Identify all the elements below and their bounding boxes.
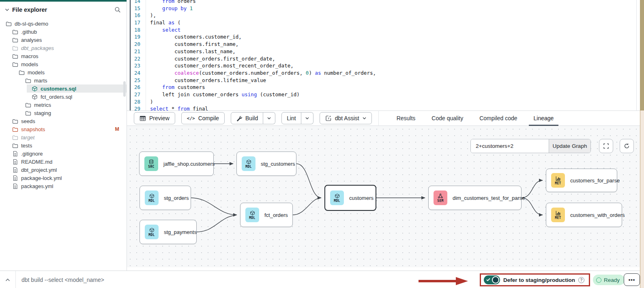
editor-scrollbar[interactable] [636,0,637,110]
folder-icon [12,143,18,149]
lineage-node-stg-orders[interactable]: MDL stg_orders [140,186,191,210]
update-graph-button[interactable]: Update Graph [549,139,590,153]
file-tree-item[interactable]: README.md [0,158,127,166]
code-line[interactable]: 22 customer_orders.first_order_date, [131,55,640,63]
file-tree-item[interactable]: marts [0,76,127,84]
file-icon [12,159,18,165]
file-tree-item[interactable]: fct_orders.sql [0,93,127,101]
code-line[interactable]: 20 customers.first_name, [131,41,640,48]
code-text: customers.last_name, [146,48,236,55]
file-name: macros [21,53,39,59]
file-name: db-sl-qs-demo [15,21,48,27]
code-line[interactable]: 21 customers.last_name, [131,48,640,55]
build-dropdown[interactable] [263,112,275,124]
lineage-node-customers-with-orders[interactable]: MET customers_with_orders [546,203,622,227]
file-tree-item[interactable]: seeds [0,117,127,125]
file-tree-item[interactable]: target [0,133,127,141]
file-tree-item[interactable]: package-lock.yml [0,174,127,182]
code-line[interactable]: 24 coalesce(customer_orders.number_of_or… [131,69,640,77]
lint-button[interactable]: Lint [281,112,301,124]
lineage-node-dim-customers-test-for-parse[interactable]: SEM dim_customers_test_for_parse [428,186,522,210]
lineage-node-fct-orders[interactable]: MDL fct_orders [240,203,293,227]
node-label: dim_customers_test_for_parse [453,195,525,201]
share-nodes-icon [438,193,443,199]
tab-code-quality[interactable]: Code quality [423,110,471,126]
line-number: 22 [131,55,146,63]
code-text: ), [146,12,156,19]
cube-icon [335,193,340,199]
code-line[interactable]: 18 select [131,26,640,34]
line-number: 23 [131,62,146,69]
chevron-up-icon[interactable] [0,271,15,288]
lineage-node-jaffle-shop-customers[interactable]: SRC jaffle_shop.customers [139,152,214,176]
code-line[interactable]: 25 customer_orders.lifetime_value [131,77,640,84]
preview-label: Preview [149,115,170,121]
code-line[interactable]: 27 left join customer_orders using (cust… [131,91,640,98]
file-tree-item[interactable]: models [0,68,127,76]
model-cube-icon [32,86,38,92]
file-tree-item[interactable]: metrics [0,101,127,109]
code-line[interactable]: 16 ), [131,12,640,19]
command-input[interactable] [16,271,405,288]
results-tabs: Results Code quality Compiled code Linea… [389,110,562,126]
code-line[interactable]: 26 from customers [131,84,640,91]
lineage-node-stg-payments[interactable]: MDL stg_payments [140,220,197,244]
scrollbar-thumb[interactable] [123,81,126,97]
file-name: analyses [21,37,42,43]
node-label: jaffle_shop.customers [163,161,215,167]
code-editor[interactable]: 14 from orders 15 group by 1 16 ), 17 fi… [131,0,640,110]
code-line[interactable]: 19 customers.customer_id, [131,33,640,41]
file-tree-item[interactable]: staging [0,109,127,117]
dbt-assist-button[interactable]: dbt Assist [320,112,372,124]
file-tree-item[interactable]: tests [0,141,127,149]
code-line[interactable]: 29 select * from final [131,105,640,110]
code-line[interactable]: 28 ) [131,98,640,106]
defer-toggle[interactable] [484,275,500,284]
line-number: 14 [131,0,146,5]
file-tree-item[interactable]: snapshots M [0,125,127,133]
tab-lineage[interactable]: Lineage [526,110,562,126]
file-tree-item[interactable]: dbt_packages [0,44,127,52]
file-tree-item[interactable]: .github [0,28,127,36]
code-line[interactable]: 15 group by 1 [131,5,640,12]
file-icon [12,151,18,157]
file-name: metrics [34,102,51,108]
file-tree-item[interactable]: db-sl-qs-demo [0,19,127,28]
more-options-button[interactable]: ••• [624,273,640,286]
file-tree-item[interactable]: analyses [0,36,127,44]
fullscreen-icon [603,143,609,149]
refresh-button[interactable] [620,139,634,153]
preview-button[interactable]: Preview [134,112,175,124]
code-line[interactable]: 23 customer_orders.most_recent_order_dat… [131,62,640,69]
file-tree-item[interactable]: packages.yml [0,182,127,190]
compile-button[interactable]: </> Compile [181,112,225,124]
build-label: Build [245,115,258,121]
line-number: 24 [131,69,146,77]
file-tree-item[interactable]: .gitignore [0,149,127,158]
build-button[interactable]: Build [231,112,263,124]
fullscreen-button[interactable] [599,139,613,153]
lineage-node-stg-customers[interactable]: MDL stg_customers [236,152,296,176]
dbt-cloud-ide: File explorer db-sl-qs-demo .github anal… [0,0,644,288]
chevron-down-icon[interactable] [5,8,9,11]
graph-selector-input[interactable] [471,139,549,153]
code-text: left join customer_orders using (custome… [146,91,300,98]
file-name: snapshots [21,126,45,132]
tab-compiled-code[interactable]: Compiled code [471,110,525,126]
code-line[interactable]: 17 final as ( [131,19,640,26]
file-tree-item[interactable]: macros [0,52,127,60]
code-line[interactable]: 14 from orders [131,0,640,5]
annotation-arrow [419,277,468,285]
lineage-node-customers[interactable]: MDL customers [324,185,376,211]
file-tree-item[interactable]: dbt_project.yml [0,166,127,174]
search-icon[interactable] [114,6,121,13]
tab-results[interactable]: Results [389,110,424,126]
file-name: models [28,69,45,76]
lint-dropdown[interactable] [301,112,313,124]
file-tree-item[interactable]: models [0,60,127,68]
question-circle-icon[interactable]: ? [578,277,584,283]
compile-label: Compile [198,115,219,121]
lineage-node-customers-for-parse[interactable]: MET customers_for_parse [546,169,617,192]
file-tree-item[interactable]: customers.sql [0,84,127,93]
refresh-icon [624,143,630,149]
